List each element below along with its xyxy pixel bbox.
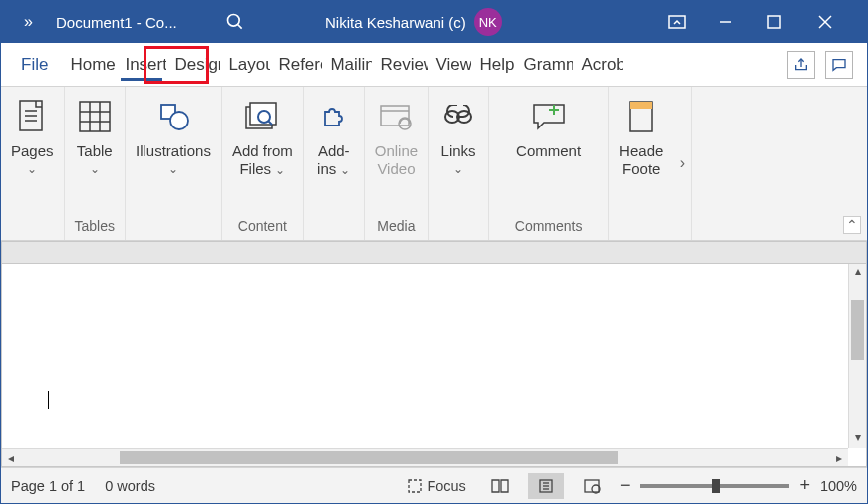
tab-mailings[interactable]: Mailin	[322, 43, 372, 87]
overflow-button[interactable]: »	[1, 13, 56, 31]
collapse-ribbon-button[interactable]: ⌃	[843, 216, 861, 234]
read-mode-button[interactable]	[482, 473, 518, 499]
group-illustrations: Illustrations ⌄	[126, 87, 222, 240]
illustrations-label: Illustrations	[136, 142, 211, 160]
tab-view[interactable]: View	[428, 43, 471, 87]
svg-point-0	[228, 15, 240, 27]
chevron-down-icon: ⌄	[168, 162, 178, 176]
header-footer-label: HeadeFoote	[619, 142, 663, 178]
zoom-out-button[interactable]: −	[620, 475, 631, 496]
ribbon-display-button[interactable]	[668, 15, 718, 29]
comment-icon[interactable]	[529, 97, 569, 136]
comments-pane-button[interactable]	[825, 51, 853, 79]
page-indicator[interactable]: Page 1 of 1	[11, 478, 85, 494]
zoom-level[interactable]: 100%	[820, 478, 857, 494]
svg-rect-22	[381, 106, 409, 126]
shapes-icon[interactable]	[153, 97, 193, 136]
ribbon-right-panel	[691, 87, 715, 240]
online-video-icon[interactable]	[376, 97, 416, 136]
addins-icon[interactable]	[314, 97, 354, 136]
horizontal-scrollbar[interactable]: ◂ ▸	[2, 448, 848, 466]
links-label: Links	[441, 142, 476, 160]
group-title-tables: Tables	[75, 218, 115, 238]
close-button[interactable]	[817, 14, 867, 30]
pages-icon[interactable]	[12, 97, 52, 136]
group-links: Links ⌄	[429, 87, 489, 240]
table-icon[interactable]	[75, 97, 115, 136]
tab-grammarly[interactable]: Gramm	[515, 43, 573, 87]
group-addins: Add-ins ⌄	[304, 87, 365, 240]
ribbon-tabs: File Home Insert Design Layou Refere Mai…	[1, 43, 867, 87]
ribbon-scroll-right[interactable]: ›	[673, 87, 691, 240]
group-title-content: Content	[238, 218, 287, 238]
pages-label: Pages	[11, 142, 54, 160]
group-title-blank5	[639, 218, 643, 238]
scroll-up-button[interactable]: ▴	[849, 264, 866, 282]
tab-help[interactable]: Help	[471, 43, 515, 87]
word-count[interactable]: 0 words	[105, 478, 155, 494]
header-footer-icon[interactable]	[621, 97, 661, 136]
svg-rect-11	[80, 102, 110, 131]
group-title-comments: Comments	[515, 218, 583, 238]
group-title-blank2	[171, 218, 175, 238]
scroll-left-button[interactable]: ◂	[2, 451, 20, 465]
vertical-scrollbar[interactable]: ▴ ▾	[848, 264, 866, 448]
search-button[interactable]	[225, 12, 285, 32]
document-area: ▴ ▾ ◂ ▸	[1, 241, 867, 467]
zoom-slider[interactable]	[640, 484, 789, 488]
svg-point-17	[170, 112, 188, 129]
group-header-footer: HeadeFoote	[609, 87, 673, 240]
online-video-label: OnlineVideo	[375, 142, 418, 178]
hscroll-thumb[interactable]	[120, 451, 618, 464]
comment-label: Comment	[516, 142, 581, 160]
add-from-files-label: Add fromFiles ⌄	[232, 142, 293, 178]
addins-label: Add-ins ⌄	[317, 142, 350, 178]
svg-rect-4	[768, 16, 780, 28]
scroll-right-button[interactable]: ▸	[830, 451, 848, 465]
maximize-button[interactable]	[767, 15, 817, 29]
vscroll-thumb[interactable]	[851, 300, 864, 360]
group-pages: Pages ⌄	[1, 87, 65, 240]
text-cursor	[48, 391, 49, 409]
group-title-blank4	[456, 218, 460, 238]
tab-review[interactable]: Review	[372, 43, 428, 87]
minimize-button[interactable]	[718, 14, 767, 30]
document-title[interactable]: Document1 - Co...	[56, 14, 225, 31]
add-from-files-icon[interactable]	[242, 97, 282, 136]
print-layout-button[interactable]	[528, 473, 564, 499]
group-media: OnlineVideo Media	[365, 87, 429, 240]
chevron-down-icon: ⌄	[27, 162, 37, 176]
tab-home[interactable]: Home	[62, 43, 117, 87]
link-icon[interactable]	[438, 97, 478, 136]
hscroll-track[interactable]	[20, 449, 830, 466]
table-label: Table	[77, 142, 113, 160]
svg-rect-30	[630, 102, 652, 109]
tab-layout[interactable]: Layou	[220, 43, 270, 87]
group-title-blank3	[332, 218, 336, 238]
share-button[interactable]	[787, 51, 815, 79]
tab-file[interactable]: File	[9, 43, 62, 87]
zoom-in-button[interactable]: +	[799, 475, 810, 496]
group-content: Add fromFiles ⌄ Content	[222, 87, 304, 240]
group-title-media: Media	[377, 218, 415, 238]
document-page[interactable]	[20, 282, 848, 466]
status-bar: Page 1 of 1 0 words Focus − + 100%	[1, 467, 867, 503]
group-tables: Table ⌄ Tables	[65, 87, 126, 240]
ribbon: Pages ⌄ Table ⌄ Tables Illustrations ⌄	[1, 87, 867, 241]
scroll-down-button[interactable]: ▾	[849, 430, 866, 448]
chevron-down-icon: ⌄	[453, 162, 463, 176]
group-title-blank	[30, 218, 34, 238]
focus-mode-button[interactable]: Focus	[401, 473, 472, 499]
web-layout-button[interactable]	[574, 473, 610, 499]
horizontal-ruler[interactable]	[2, 242, 866, 264]
user-name[interactable]: Nikita Kesharwani (c)	[325, 14, 466, 31]
zoom-slider-knob[interactable]	[712, 479, 720, 493]
user-avatar[interactable]: NK	[474, 8, 502, 36]
tab-references[interactable]: Refere	[270, 43, 322, 87]
tab-acrobat[interactable]: Acrob	[573, 43, 623, 87]
group-comments: Comment Comments	[489, 87, 609, 240]
chevron-down-icon: ⌄	[90, 162, 100, 176]
svg-rect-31	[409, 480, 421, 492]
svg-line-1	[238, 25, 242, 29]
title-bar: » Document1 - Co... Nikita Kesharwani (c…	[1, 1, 867, 43]
